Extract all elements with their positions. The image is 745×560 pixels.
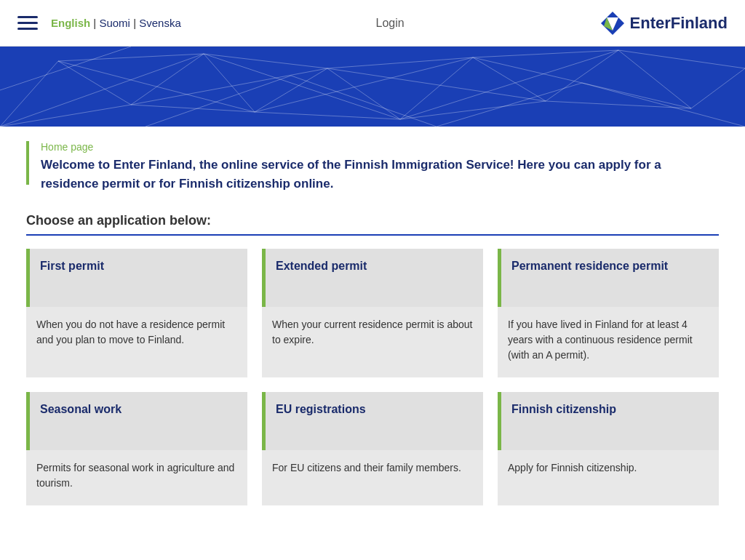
card-body-extended-permit: When your current residence permit is ab… [262,307,483,362]
card-extended-permit[interactable]: Extended permit When your current reside… [262,249,483,377]
breadcrumb-content: Home page Welcome to Enter Finland, the … [41,141,719,193]
card-title-eu-registrations: EU registrations [276,402,473,417]
site-header: English | Suomi | Svenska Login EnterFin… [0,0,745,47]
card-body-finnish-citizenship: Apply for Finnish citizenship. [498,450,719,490]
lang-sep2: | [133,17,139,29]
card-header-first-permit: First permit [26,249,247,307]
main-content: Home page Welcome to Enter Finland, the … [9,127,736,535]
cards-grid: First permit When you do not have a resi… [26,249,719,505]
card-body-permanent-residence: If you have lived in Finland for at leas… [498,307,719,377]
card-title-first-permit: First permit [40,259,237,274]
lang-svenska[interactable]: Svenska [139,17,181,29]
breadcrumb-home[interactable]: Home page [41,141,719,153]
menu-button[interactable] [17,16,38,30]
lang-english[interactable]: English [51,17,90,29]
breadcrumb-bar [26,141,29,185]
card-title-permanent-residence: Permanent residence permit [511,259,709,274]
card-header-extended-permit: Extended permit [262,249,483,307]
header-left: English | Suomi | Svenska [17,16,181,30]
card-seasonal-work[interactable]: Seasonal work Permits for seasonal work … [26,392,247,505]
card-header-seasonal-work: Seasonal work [26,392,247,450]
card-body-first-permit: When you do not have a residence permit … [26,307,247,362]
logo-text: EnterFinland [630,14,728,33]
card-body-seasonal-work: Permits for seasonal work in agriculture… [26,450,247,505]
language-nav: English | Suomi | Svenska [51,17,181,29]
card-header-permanent-residence: Permanent residence permit [498,249,719,307]
card-header-eu-registrations: EU registrations [262,392,483,450]
login-link-container: Login [376,17,405,30]
welcome-text: Welcome to Enter Finland, the online ser… [41,156,719,193]
card-finnish-citizenship[interactable]: Finnish citizenship Apply for Finnish ci… [498,392,719,505]
breadcrumb-row: Home page Welcome to Enter Finland, the … [26,141,719,193]
card-title-seasonal-work: Seasonal work [40,402,237,417]
card-body-eu-registrations: For EU citizens and their family members… [262,450,483,490]
choose-heading: Choose an application below: [26,213,719,236]
card-header-finnish-citizenship: Finnish citizenship [498,392,719,450]
lang-suomi[interactable]: Suomi [99,17,130,29]
card-eu-registrations[interactable]: EU registrations For EU citizens and the… [262,392,483,505]
card-title-finnish-citizenship: Finnish citizenship [511,402,709,417]
card-title-extended-permit: Extended permit [276,259,473,274]
card-first-permit[interactable]: First permit When you do not have a resi… [26,249,247,377]
logo-icon [599,10,626,36]
hero-banner [0,47,745,127]
card-permanent-residence[interactable]: Permanent residence permit If you have l… [498,249,719,377]
login-link[interactable]: Login [376,17,405,29]
logo[interactable]: EnterFinland [599,10,728,36]
